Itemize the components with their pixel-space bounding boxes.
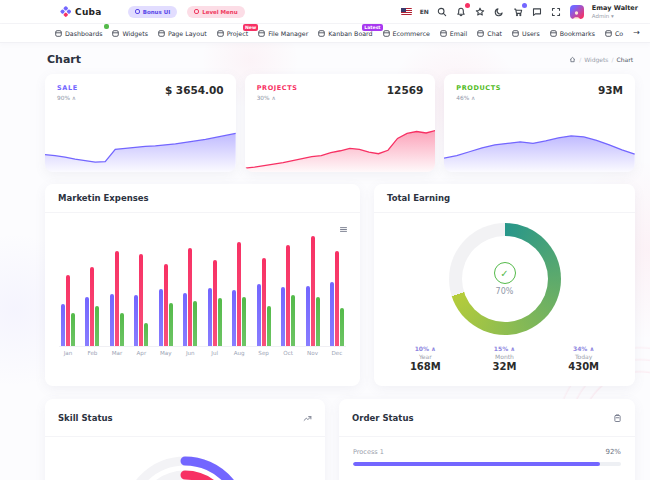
level-menu-button[interactable]: Level Menu xyxy=(187,6,244,18)
breadcrumb-parent[interactable]: Widgets xyxy=(584,56,608,63)
cuba-logo-icon xyxy=(60,6,71,17)
nav-item-label: Users xyxy=(522,30,540,37)
email-icon xyxy=(440,30,447,37)
process-progress-fill xyxy=(353,462,600,466)
projects-change: 30% ∧ xyxy=(257,95,298,101)
products-value: 93M xyxy=(598,84,623,96)
bar-axis-label: Feb xyxy=(85,350,99,356)
bar-series-pink xyxy=(335,251,339,346)
clipboard-icon[interactable] xyxy=(613,408,622,427)
bar-series-green xyxy=(267,306,271,346)
chart-menu-icon[interactable] xyxy=(339,219,348,238)
earning-month-col: 15% ∧ Month 32M xyxy=(493,345,517,372)
products-label: PRODUCTS xyxy=(456,84,501,92)
bar-axis-label: May xyxy=(159,350,173,356)
bar-series-green xyxy=(242,297,246,347)
month-change: 15% ∧ xyxy=(493,345,517,352)
brand-name: Cuba xyxy=(75,7,102,17)
products-change: 46% ∧ xyxy=(456,95,501,101)
bar-series-green xyxy=(316,297,320,347)
total-earning-panel: Total Earning ✓ 70% 10% ∧ Year 168M xyxy=(374,184,635,386)
gift-icon xyxy=(135,9,140,14)
bar-group-jan xyxy=(61,275,75,347)
trending-up-icon[interactable] xyxy=(303,408,312,427)
nav-item-co[interactable]: Co xyxy=(605,30,623,37)
nav-item-label: Dashboards xyxy=(65,30,102,37)
header-actions: EN xyxy=(401,4,638,18)
nav-item-dashboards[interactable]: Dashboards xyxy=(55,30,102,37)
process-label: Process 1 xyxy=(353,448,384,456)
marketing-chart-body: JanFebMarAprMayJunJulAugSepOctNovDec xyxy=(45,213,360,362)
ecommerce-icon xyxy=(383,30,390,37)
brand[interactable]: Cuba xyxy=(60,6,102,17)
month-value: 32M xyxy=(493,361,517,372)
header: Cuba Bonus UI Level Menu EN xyxy=(0,0,650,24)
nav-item-kanban-board[interactable]: Kanban BoardLatest xyxy=(318,30,372,37)
notifications-bell-icon[interactable] xyxy=(456,6,467,17)
projects-card[interactable]: PROJECTS 30% ∧ 12569 xyxy=(245,74,436,172)
order-status-body: Process 1 92% xyxy=(339,437,635,466)
main-nav: DashboardsWidgetsPage LayoutProjectNewFi… xyxy=(0,24,650,43)
fullscreen-icon[interactable] xyxy=(551,6,562,17)
donut-percent: 70% xyxy=(496,287,514,296)
us-flag-icon[interactable] xyxy=(401,8,412,15)
nav-item-users[interactable]: Users xyxy=(512,30,540,37)
cart-icon[interactable] xyxy=(513,6,524,17)
order-status-title: Order Status xyxy=(352,413,414,423)
user-menu[interactable]: Emay Walter Admin ▾ xyxy=(592,4,638,18)
sale-change: 90% ∧ xyxy=(57,95,78,101)
nav-item-label: Chat xyxy=(487,30,502,37)
nav-item-page-layout[interactable]: Page Layout xyxy=(158,30,207,37)
bar-axis-label: Jun xyxy=(183,350,197,356)
star-icon[interactable] xyxy=(475,6,486,17)
breadcrumb: / Widgets / Chart xyxy=(569,56,633,63)
total-earning-title: Total Earning xyxy=(387,193,450,203)
nav-item-label: File Manager xyxy=(268,30,308,37)
products-card[interactable]: PRODUCTS 46% ∧ 93M xyxy=(444,74,635,172)
nav-item-email[interactable]: Email xyxy=(440,30,467,37)
bar-series-pink xyxy=(213,260,217,346)
nav-item-file-manager[interactable]: File Manager xyxy=(258,30,308,37)
trend-up-icon: ∧ xyxy=(271,95,275,101)
nav-item-widgets[interactable]: Widgets xyxy=(112,30,147,37)
nav-item-bookmarks[interactable]: Bookmarks xyxy=(550,30,595,37)
process-percent: 92% xyxy=(605,448,621,456)
messages-icon[interactable] xyxy=(532,6,543,17)
bar-series-pink xyxy=(311,236,315,346)
bar-series-purple xyxy=(281,287,285,346)
bonus-ui-button[interactable]: Bonus UI xyxy=(128,6,178,18)
file-manager-icon xyxy=(258,30,265,37)
person-icon xyxy=(572,10,581,19)
nav-item-label: Co xyxy=(615,30,623,37)
year-change: 10% ∧ xyxy=(410,345,441,352)
sale-card[interactable]: SALE 90% ∧ $ 3654.00 xyxy=(45,74,236,172)
bar-group-sep xyxy=(257,258,271,346)
nav-item-label: Widgets xyxy=(122,30,147,37)
year-value: 168M xyxy=(410,361,441,372)
bar-series-pink xyxy=(237,242,241,347)
nav-item-badge xyxy=(104,24,109,29)
sale-value: $ 3654.00 xyxy=(165,84,224,96)
user-role: Admin ▾ xyxy=(592,13,638,19)
nav-item-chat[interactable]: Chat xyxy=(477,30,502,37)
bar-axis-label: Sep xyxy=(257,350,271,356)
home-icon[interactable] xyxy=(569,56,576,63)
user-avatar[interactable] xyxy=(570,5,584,19)
bar-series-purple xyxy=(159,289,163,346)
search-icon[interactable] xyxy=(437,6,448,17)
bar-series-green xyxy=(95,306,99,346)
nav-scroll-right-arrow[interactable]: → xyxy=(633,29,640,37)
skill-status-panel: Skill Status xyxy=(45,399,325,480)
nav-item-project[interactable]: ProjectNew xyxy=(217,30,249,37)
bar-chart-labels: JanFebMarAprMayJunJulAugSepOctNovDec xyxy=(59,350,346,356)
bookmarks-icon xyxy=(550,30,557,37)
breadcrumb-separator: / xyxy=(579,56,581,63)
language-selector[interactable]: EN xyxy=(420,8,429,15)
bar-series-pink xyxy=(262,258,266,346)
notification-badge xyxy=(465,3,470,8)
bar-series-purple xyxy=(232,290,236,346)
dark-mode-moon-icon[interactable] xyxy=(494,6,505,17)
nav-item-ecommerce[interactable]: Ecommerce xyxy=(383,30,430,37)
total-earning-donut-chart: ✓ 70% xyxy=(449,223,561,335)
bar-group-apr xyxy=(134,254,148,346)
